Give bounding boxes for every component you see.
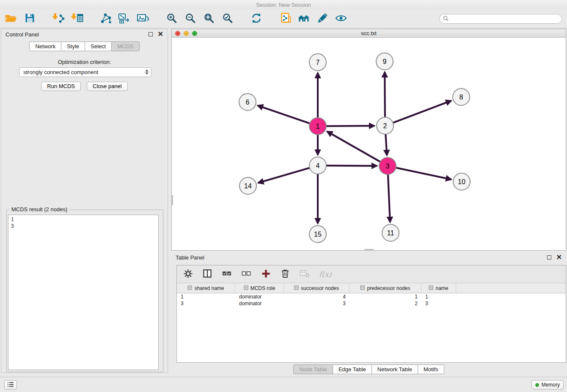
table-cell-mcds-role[interactable]: dominator: [235, 294, 284, 300]
table-cell-predecessor-nodes[interactable]: 2: [350, 301, 421, 306]
column-header-mcds-role[interactable]: MCDS role: [235, 283, 284, 293]
save-icon: [25, 13, 35, 25]
apply-style-button[interactable]: [315, 11, 330, 26]
table-cell-shared-name[interactable]: 1: [177, 294, 235, 300]
graph-node-label: 8: [460, 94, 463, 101]
table-cell-shared-name[interactable]: 3: [177, 301, 235, 306]
clone-network-icon: [280, 13, 291, 25]
table-cell-name[interactable]: 1: [421, 294, 456, 300]
column-header-name[interactable]: name: [421, 283, 456, 293]
open-session-button[interactable]: [3, 11, 19, 26]
select-all-rows-button[interactable]: [222, 271, 232, 278]
graph-edge-4-14[interactable]: [258, 168, 310, 183]
close-table-panel-icon[interactable]: ✕: [556, 255, 562, 260]
graph-edge-3-11[interactable]: [388, 174, 390, 222]
graph-node-15[interactable]: 15: [309, 226, 326, 243]
graph-node-8[interactable]: 8: [453, 88, 470, 105]
import-table-from-file-button[interactable]: [69, 11, 85, 26]
search-box[interactable]: [439, 14, 562, 24]
graph-node-7[interactable]: 7: [309, 54, 326, 71]
table-body[interactable]: 1dominator4113dominator323: [177, 293, 566, 362]
table-cell-mcds-role[interactable]: dominator: [235, 301, 284, 306]
deselect-all-rows-button[interactable]: [241, 271, 251, 278]
graph-node-9[interactable]: 9: [376, 53, 393, 70]
search-input[interactable]: [451, 16, 558, 22]
zoom-fit-icon: [204, 13, 215, 25]
table-tab-edge-table[interactable]: Edge Table: [333, 364, 372, 374]
first-neighbors-button[interactable]: [296, 11, 311, 26]
table-cell-successor-nodes[interactable]: 4: [284, 294, 350, 300]
zoom-in-icon: [166, 13, 177, 25]
table-cell-predecessor-nodes[interactable]: 1: [350, 294, 421, 300]
column-header-predecessor-nodes[interactable]: predecessor nodes: [350, 283, 421, 293]
import-network-from-file-button[interactable]: [51, 11, 66, 26]
float-panel-button[interactable]: [149, 32, 153, 36]
memory-button[interactable]: Memory: [531, 380, 564, 389]
tab-style[interactable]: Style: [61, 41, 85, 51]
criterion-dropdown[interactable]: strongly connected component: [19, 67, 151, 77]
zoom-selected-button[interactable]: [220, 11, 235, 26]
table-tab-motifs[interactable]: Motifs: [418, 364, 444, 374]
graph-node-4[interactable]: 4: [309, 157, 326, 174]
table-row[interactable]: 1dominator411: [177, 293, 566, 300]
column-header-label: shared name: [194, 285, 224, 291]
graph-edge-4-3[interactable]: [326, 166, 377, 166]
panel-splitter-handle-bottom[interactable]: [364, 249, 374, 250]
tab-mcds[interactable]: MCDS: [112, 41, 139, 51]
close-panel-button[interactable]: Close panel: [87, 82, 128, 91]
table-tab-node-table[interactable]: Node Table: [293, 364, 333, 374]
duplicate-network-button[interactable]: [278, 11, 293, 26]
zoom-fit-content-button[interactable]: [201, 11, 217, 26]
create-column-button[interactable]: [261, 269, 271, 279]
zoom-in-button[interactable]: [164, 11, 179, 26]
network-and-table-button[interactable]: [117, 11, 132, 26]
zoom-window-button[interactable]: +: [192, 31, 197, 36]
panel-splitter-handle-left[interactable]: [172, 195, 173, 205]
table-settings-button[interactable]: [183, 269, 193, 279]
graph-node-14[interactable]: 14: [239, 177, 256, 194]
table-cell-name[interactable]: 3: [421, 301, 456, 306]
zoom-out-icon: [185, 13, 196, 25]
table-row[interactable]: 3dominator323: [177, 300, 566, 307]
delete-column-button[interactable]: [280, 269, 290, 279]
mcds-result-text[interactable]: 1 3: [8, 215, 159, 370]
close-panel-icon[interactable]: ✕: [158, 32, 163, 37]
network-canvas[interactable]: 7968124314101511: [172, 38, 566, 250]
graph-node-2[interactable]: 2: [377, 117, 394, 134]
column-visibility-button[interactable]: [202, 269, 212, 279]
graph-node-10[interactable]: 10: [453, 173, 470, 190]
table-tab-network-table[interactable]: Network Table: [372, 364, 418, 374]
graph-node-6[interactable]: 6: [239, 94, 256, 110]
memory-status-dot: [535, 383, 539, 387]
graph-edge-2-8[interactable]: [393, 101, 451, 123]
tab-network[interactable]: Network: [29, 41, 61, 51]
graph-node-3[interactable]: 3: [379, 157, 396, 174]
graph-edge-1-2[interactable]: [326, 126, 374, 126]
graph-edge-3-10[interactable]: [396, 168, 451, 179]
tab-select[interactable]: Select: [85, 41, 112, 51]
column-header-shared-name[interactable]: shared name: [177, 283, 235, 293]
minimize-window-button[interactable]: −: [184, 31, 189, 36]
check-all-icon: [222, 271, 231, 278]
column-header-successor-nodes[interactable]: successor nodes: [284, 283, 350, 293]
task-history-button[interactable]: [4, 380, 17, 389]
graph-edge-2-9[interactable]: [385, 72, 385, 117]
save-session-button[interactable]: [22, 11, 37, 26]
run-mcds-button[interactable]: Run MCDS: [41, 82, 81, 91]
graph-node-11[interactable]: 11: [382, 224, 399, 241]
network-canvas-area[interactable]: 7968124314101511: [172, 38, 566, 250]
refresh-layout-button[interactable]: [249, 11, 264, 26]
graph-edge-3-1[interactable]: [327, 131, 380, 162]
close-window-button[interactable]: ×: [175, 31, 180, 36]
zoom-out-button[interactable]: [183, 11, 198, 26]
graph-edge-2-3[interactable]: [385, 134, 387, 155]
export-image-button[interactable]: [135, 11, 151, 26]
show-hide-button[interactable]: [333, 11, 349, 26]
float-table-panel-button[interactable]: [547, 255, 551, 259]
graph-edge-1-6[interactable]: [258, 105, 310, 123]
table-cell-successor-nodes[interactable]: 3: [284, 301, 350, 306]
graph-node-1[interactable]: 1: [309, 118, 326, 135]
dropdown-arrows-icon: [145, 69, 149, 75]
column-type-icon: [429, 285, 433, 291]
new-network-button[interactable]: [98, 11, 113, 26]
